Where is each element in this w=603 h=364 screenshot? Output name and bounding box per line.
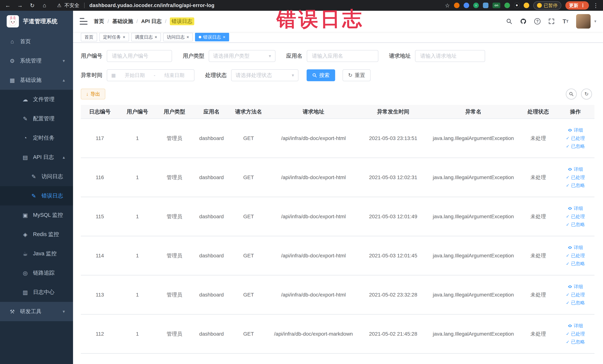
user-type-select[interactable]: 请选择用户类型 ▾: [209, 50, 276, 62]
close-icon[interactable]: ×: [223, 35, 225, 39]
eye-icon: [568, 284, 572, 289]
ignored-link[interactable]: ✓已忽略: [566, 143, 585, 150]
tab-home[interactable]: 首页: [81, 33, 97, 41]
ignored-link[interactable]: ✓已忽略: [566, 299, 585, 306]
detail-link[interactable]: 详细: [568, 127, 583, 134]
sidebar-item-redis-monitor[interactable]: ◈ Redis 监控: [0, 225, 73, 244]
error-log-table: 日志编号 用户编号 用户类型 应用名 请求方法名 请求地址 异常发生时间 异常名…: [81, 105, 594, 354]
java-icon: ☕: [21, 250, 29, 257]
help-icon[interactable]: ?: [534, 18, 541, 25]
app-name-input[interactable]: [307, 50, 378, 62]
processed-link[interactable]: ✓已处理: [566, 135, 585, 142]
table-header-row: 日志编号 用户编号 用户类型 应用名 请求方法名 请求地址 异常发生时间 异常名…: [81, 105, 594, 119]
extension-icon[interactable]: [483, 3, 488, 8]
tab-scheduler-log[interactable]: 调度日志 ×: [131, 33, 161, 41]
cell-user-type: 管理员: [156, 158, 193, 197]
tab-error-log[interactable]: 错误日志 ×: [195, 33, 229, 41]
user-id-label: 用户编号: [81, 52, 102, 60]
app-logo[interactable]: 芋道管理系统: [0, 11, 73, 32]
back-icon[interactable]: ←: [4, 2, 11, 9]
sidebar-toggle-icon[interactable]: [80, 18, 88, 25]
detail-link[interactable]: 详细: [568, 244, 583, 251]
ignored-link[interactable]: ✓已忽略: [566, 221, 585, 228]
breadcrumb-item-infrastructure[interactable]: 基础设施: [112, 18, 133, 25]
font-size-icon[interactable]: TT: [562, 18, 569, 25]
sidebar-item-log-center[interactable]: ▥ 日志中心: [0, 282, 73, 302]
sidebar-item-home[interactable]: ⌂ 首页: [0, 32, 73, 51]
sidebar-item-access-log[interactable]: ✎ 访问日志: [0, 167, 73, 186]
close-icon[interactable]: ×: [123, 35, 125, 39]
process-status-select[interactable]: 请选择处理状态 ▾: [231, 69, 299, 81]
cell-exception-name: java.lang.IllegalArgumentException: [427, 275, 520, 314]
processed-link[interactable]: ✓已处理: [566, 291, 585, 298]
extension-icon[interactable]: [504, 3, 510, 8]
fullscreen-icon[interactable]: [548, 18, 555, 25]
sidebar-item-system-management[interactable]: ⚙ 系统管理 ▾: [0, 51, 73, 70]
extension-icon[interactable]: [454, 3, 460, 8]
ignored-link[interactable]: ✓已忽略: [566, 182, 585, 189]
refresh-button[interactable]: ↻: [581, 89, 592, 99]
extension-on-badge[interactable]: on: [493, 3, 500, 8]
search-button[interactable]: 搜索: [307, 69, 335, 81]
extension-icon[interactable]: Y: [473, 3, 479, 8]
url-text[interactable]: dashboard.yudao.iocoder.cn/infra/log/api…: [89, 3, 214, 8]
tab-label: 错误日志: [203, 34, 221, 40]
cell-user-type: 管理员: [156, 197, 193, 236]
tab-scheduled-tasks[interactable]: 定时任务 ×: [99, 33, 129, 41]
reset-button[interactable]: ↻ 重置: [343, 69, 371, 81]
sidebar-item-mysql-monitor[interactable]: ▣ MySQL 监控: [0, 205, 73, 225]
extension-icon[interactable]: [464, 3, 469, 8]
request-url-input[interactable]: [415, 50, 485, 62]
sidebar-item-api-log[interactable]: ▤ API 日志 ▴: [0, 148, 73, 167]
export-button[interactable]: ↓ 导出: [81, 89, 105, 99]
bookmark-star-icon[interactable]: ☆: [445, 2, 450, 9]
toggle-search-button[interactable]: [566, 89, 577, 99]
close-icon[interactable]: ×: [186, 35, 189, 39]
processed-link[interactable]: ✓已处理: [566, 213, 585, 220]
browser-home-icon[interactable]: ⌂: [41, 2, 48, 9]
ignored-link[interactable]: ✓已忽略: [566, 338, 585, 345]
sidebar-item-infrastructure[interactable]: ▦ 基础设施 ▴: [0, 70, 73, 90]
paused-badge[interactable]: 已暂停: [533, 1, 561, 10]
filter-request-url: 请求地址: [389, 50, 485, 62]
extension-icon[interactable]: ✱: [514, 3, 520, 8]
breadcrumb-item-home[interactable]: 首页: [94, 18, 104, 25]
detail-link[interactable]: 详细: [568, 283, 583, 290]
check-icon: ✓: [566, 260, 569, 267]
sidebar-item-dev-tools[interactable]: ⚒ 研发工具 ▾: [0, 302, 73, 321]
sidebar-item-java-monitor[interactable]: ☕ Java 监控: [0, 244, 73, 263]
date-range-picker[interactable]: ▦ 开始日期 - 结束日期: [107, 69, 195, 81]
ignored-link[interactable]: ✓已忽略: [566, 260, 585, 267]
breadcrumb-item-api-log[interactable]: API 日志: [141, 18, 162, 25]
extension-smiley-icon[interactable]: [524, 3, 529, 8]
processed-link[interactable]: ✓已处理: [566, 330, 585, 338]
search-icon[interactable]: [506, 18, 513, 25]
detail-link[interactable]: 详细: [568, 166, 583, 173]
processed-link[interactable]: ✓已处理: [566, 174, 585, 181]
user-id-input[interactable]: [107, 50, 172, 62]
sidebar-item-error-log[interactable]: ✎ 错误日志: [0, 186, 73, 205]
avatar-caret-icon[interactable]: ▾: [594, 19, 596, 24]
browser-menu-icon[interactable]: ⋮: [593, 2, 599, 9]
close-icon[interactable]: ×: [155, 35, 157, 39]
update-button[interactable]: 更新 ⋮: [565, 1, 589, 10]
tab-access-log[interactable]: 访问日志 ×: [163, 33, 193, 41]
sidebar-item-file-management[interactable]: ☁ 文件管理: [0, 90, 73, 109]
security-label[interactable]: 不安全: [64, 2, 79, 9]
detail-link[interactable]: 详细: [568, 322, 583, 329]
check-icon: ✓: [566, 292, 569, 298]
app-name-label: 应用名: [286, 52, 302, 60]
forward-icon[interactable]: →: [17, 2, 23, 9]
detail-link[interactable]: 详细: [568, 205, 583, 212]
reload-icon[interactable]: ↻: [29, 2, 35, 9]
github-icon[interactable]: [520, 18, 527, 25]
sidebar-item-scheduled-tasks[interactable]: ◔ 定时任务: [0, 128, 73, 148]
select-placeholder: 请选择用户类型: [213, 52, 250, 59]
sidebar-item-label: 基础设施: [20, 76, 42, 84]
user-avatar[interactable]: [576, 14, 591, 29]
sidebar-item-link-tracing[interactable]: ◎ 链路追踪: [0, 263, 73, 282]
processed-link[interactable]: ✓已处理: [566, 252, 585, 259]
sidebar-item-config-management[interactable]: ✎ 配置管理: [0, 109, 73, 128]
filter-user-type: 用户类型 请选择用户类型 ▾: [183, 50, 276, 62]
address-bar[interactable]: ⚠ 不安全 dashboard.yudao.iocoder.cn/infra/l…: [57, 2, 214, 9]
